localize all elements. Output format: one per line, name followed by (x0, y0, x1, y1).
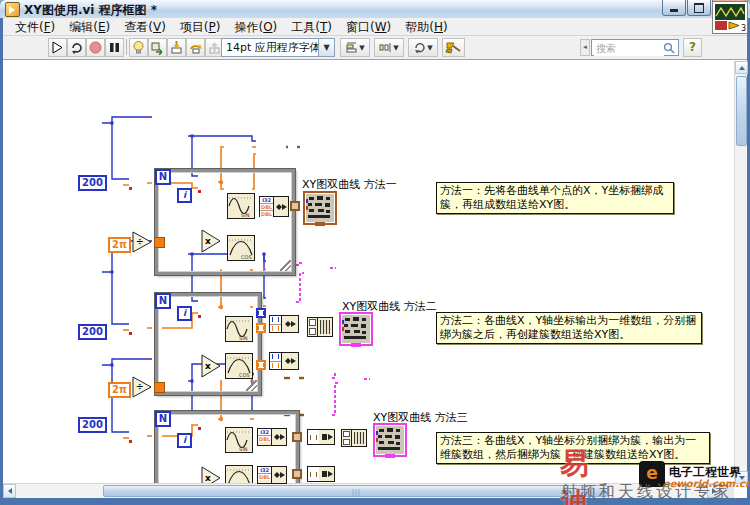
loop-count-terminal[interactable]: N (155, 169, 171, 185)
array-cluster-node[interactable] (307, 466, 335, 482)
pause-icon (107, 40, 122, 55)
bundle-icon (319, 430, 334, 444)
cosine-function[interactable]: COS (225, 353, 253, 379)
array-cluster-node[interactable] (307, 429, 335, 445)
loop-output-tunnel[interactable] (292, 469, 302, 479)
highlight-execution-button[interactable] (129, 38, 148, 57)
scroll-right-button[interactable] (707, 484, 720, 498)
step-into-icon (169, 40, 184, 55)
iteration-terminal[interactable]: i (177, 188, 192, 203)
scroll-up-button[interactable] (735, 61, 748, 74)
loop-output-tunnel[interactable] (292, 432, 302, 442)
search-input[interactable] (594, 41, 664, 56)
count-constant[interactable]: 200 (78, 417, 107, 433)
divide-node[interactable]: ÷ (132, 376, 153, 399)
loop-count-terminal[interactable]: N (155, 293, 171, 309)
vertical-scroll-thumb[interactable] (736, 76, 747, 146)
menu-item-help[interactable]: 帮助(H) (398, 18, 454, 36)
svg-text:SIN: SIN (239, 446, 248, 452)
count-constant[interactable]: 200 (78, 175, 107, 191)
two-pi-constant[interactable]: 2π (108, 237, 131, 253)
cleanup-diagram-button[interactable] (442, 38, 465, 57)
sine-function[interactable]: SIN (225, 316, 253, 342)
maximize-button[interactable] (687, 0, 711, 16)
sine-function[interactable]: SIN (225, 427, 253, 453)
menu-item-edit[interactable]: 编辑(E) (62, 18, 117, 36)
font-selector[interactable]: 14pt 应用程序字体 ▼ (221, 38, 335, 57)
run-icon (50, 40, 65, 55)
xy-graph-terminal[interactable] (339, 312, 373, 346)
menu-item-view[interactable]: 查看(V) (117, 18, 173, 36)
for-loop-1[interactable] (155, 169, 295, 275)
menu-item-operate[interactable]: 操作(O) (227, 18, 284, 36)
bundle-icon (282, 353, 298, 369)
bundle-icon (282, 316, 298, 332)
bundle-node[interactable]: I32DBL (257, 428, 287, 446)
iteration-terminal[interactable]: i (177, 306, 192, 321)
divide-node[interactable]: ÷ (132, 231, 153, 254)
bundle-icon (272, 429, 286, 445)
horizontal-scrollbar[interactable] (3, 483, 734, 498)
two-pi-constant[interactable]: 2π (108, 382, 131, 398)
xy-graph-terminal[interactable] (373, 423, 407, 457)
scroll-left-button[interactable] (3, 484, 16, 498)
help-button[interactable]: ? (683, 38, 702, 57)
build-array-node[interactable] (341, 429, 367, 447)
abort-button[interactable] (86, 38, 105, 57)
block-diagram[interactable]: 200 N i 2π ÷ x SIN COS I32DBLDBL XY图双曲线 … (5, 61, 734, 484)
distribute-objects-icon (379, 41, 392, 54)
multiply-node[interactable]: x (201, 466, 222, 484)
step-into-button[interactable] (167, 38, 186, 57)
menu-item-project[interactable]: 项目(P) (173, 18, 228, 36)
iteration-terminal[interactable]: i (177, 433, 192, 448)
search-collapse-button[interactable]: ◂ (580, 39, 590, 56)
retain-wire-values-button[interactable] (148, 38, 167, 57)
distribute-objects-dropdown[interactable]: ▼ (374, 38, 404, 57)
indexing-tunnel[interactable] (256, 323, 266, 333)
vi-icon-button[interactable]: 3 (712, 1, 748, 34)
svg-text:x: x (205, 361, 211, 371)
vertical-scrollbar[interactable] (734, 61, 747, 484)
reorder-objects-dropdown[interactable]: ▼ (408, 38, 438, 57)
loop-output-tunnel[interactable] (290, 201, 300, 211)
loop-count-terminal[interactable]: N (155, 411, 171, 427)
menu-item-file[interactable]: 文件(F) (8, 18, 62, 36)
indexing-tunnel[interactable] (256, 308, 266, 318)
comment-method-3[interactable]: 方法三：各曲线X，Y轴坐标分别捆绑为簇，输出为一维簇数组，然后捆绑为簇，创建簇数… (436, 432, 710, 464)
bundle-node[interactable]: I32DBLDBL (259, 196, 289, 217)
xy-graph-terminal[interactable] (303, 191, 337, 225)
step-out-icon (207, 40, 222, 55)
bundle-node[interactable] (269, 352, 299, 370)
align-objects-dropdown[interactable]: ▼ (340, 38, 370, 57)
step-over-button[interactable] (186, 38, 205, 57)
comment-method-1[interactable]: 方法一：先将各曲线单个点的X，Y坐标捆绑成簇，再组成数组送给XY图。 (436, 182, 674, 214)
multiply-node[interactable]: x (201, 354, 222, 379)
menu-item-window[interactable]: 窗口(W) (339, 18, 398, 36)
toolbar: 14pt 应用程序字体 ▼ ▼ ▼ ▼ ◂ ? (3, 36, 747, 60)
title-bar[interactable]: XY图使用.vi 程序框图 * × (0, 0, 750, 18)
count-constant[interactable]: 200 (78, 324, 107, 340)
scroll-down-button[interactable] (735, 471, 748, 484)
loop-resize-corner[interactable] (280, 260, 291, 271)
multiply-node[interactable]: x (201, 229, 222, 254)
bundle-icon (319, 467, 334, 481)
bundle-node[interactable]: I32DBL (257, 466, 287, 484)
cosine-function[interactable]: COS (227, 235, 255, 261)
horizontal-scroll-thumb[interactable] (103, 485, 608, 497)
bundle-icon (274, 197, 288, 216)
wires-layer (5, 61, 734, 484)
comment-method-2[interactable]: 方法二：各曲线X，Y轴坐标输出为一维数组，分别捆绑为簇之后，再创建簇数组送给XY… (436, 312, 702, 344)
menu-item-tools[interactable]: 工具(T) (284, 18, 339, 36)
run-continuous-button[interactable] (67, 38, 86, 57)
loop-tunnel[interactable] (154, 382, 165, 393)
indexing-tunnel[interactable] (256, 360, 266, 370)
minimize-button[interactable] (662, 0, 686, 16)
sine-function[interactable]: SIN (227, 193, 255, 219)
pause-button[interactable] (105, 38, 124, 57)
cosine-function[interactable]: COS (225, 465, 253, 484)
loop-resize-corner[interactable] (246, 380, 257, 391)
build-array-node[interactable] (307, 317, 333, 337)
bundle-node[interactable] (269, 315, 299, 333)
run-button[interactable] (48, 38, 67, 57)
loop-tunnel[interactable] (154, 237, 165, 248)
